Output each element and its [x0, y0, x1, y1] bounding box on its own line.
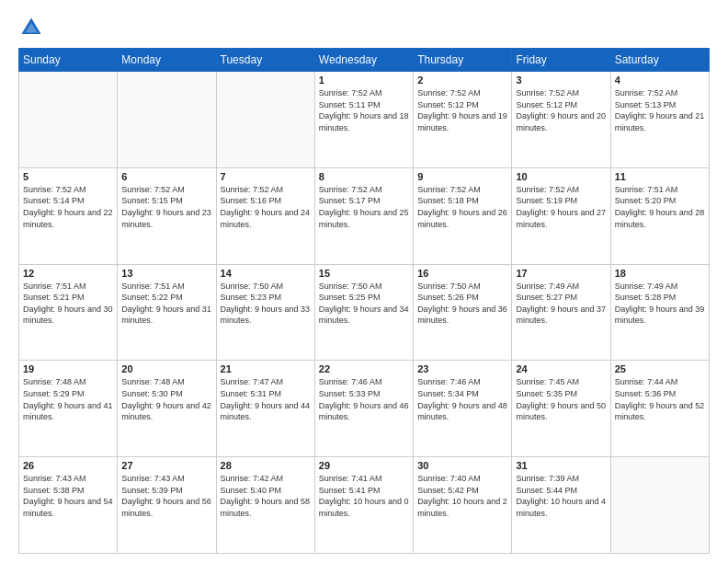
calendar-cell: 11Sunrise: 7:51 AMSunset: 5:20 PMDayligh… — [610, 167, 709, 264]
day-number: 5 — [23, 171, 113, 182]
day-number: 14 — [221, 268, 311, 279]
calendar-cell: 30Sunrise: 7:40 AMSunset: 5:42 PMDayligh… — [414, 457, 512, 554]
calendar-cell: 13Sunrise: 7:51 AMSunset: 5:22 PMDayligh… — [118, 264, 216, 361]
day-number: 16 — [417, 268, 507, 279]
day-info: Sunrise: 7:52 AMSunset: 5:17 PMDaylight:… — [319, 184, 409, 230]
day-info: Sunrise: 7:52 AMSunset: 5:16 PMDaylight:… — [221, 184, 311, 230]
calendar-cell: 23Sunrise: 7:46 AMSunset: 5:34 PMDayligh… — [414, 361, 512, 457]
calendar-cell — [216, 72, 314, 168]
weekday-header-tuesday: Tuesday — [216, 49, 314, 72]
calendar-cell: 27Sunrise: 7:43 AMSunset: 5:39 PMDayligh… — [118, 457, 216, 554]
calendar-cell: 10Sunrise: 7:52 AMSunset: 5:19 PMDayligh… — [512, 167, 610, 264]
day-info: Sunrise: 7:51 AMSunset: 5:21 PMDaylight:… — [23, 281, 113, 327]
day-number: 27 — [121, 460, 211, 471]
day-info: Sunrise: 7:43 AMSunset: 5:39 PMDaylight:… — [121, 473, 211, 519]
day-info: Sunrise: 7:48 AMSunset: 5:29 PMDaylight:… — [23, 376, 113, 422]
day-number: 17 — [516, 268, 606, 279]
calendar-cell — [610, 457, 709, 554]
calendar-cell: 25Sunrise: 7:44 AMSunset: 5:36 PMDayligh… — [610, 361, 709, 457]
weekday-header-friday: Friday — [512, 49, 610, 72]
day-info: Sunrise: 7:51 AMSunset: 5:20 PMDaylight:… — [615, 184, 705, 230]
day-info: Sunrise: 7:52 AMSunset: 5:12 PMDaylight:… — [417, 87, 507, 133]
calendar-cell: 7Sunrise: 7:52 AMSunset: 5:16 PMDaylight… — [216, 167, 314, 264]
calendar-cell: 3Sunrise: 7:52 AMSunset: 5:12 PMDaylight… — [512, 72, 610, 168]
calendar-cell: 31Sunrise: 7:39 AMSunset: 5:44 PMDayligh… — [512, 457, 610, 554]
calendar-table: SundayMondayTuesdayWednesdayThursdayFrid… — [18, 48, 710, 554]
day-info: Sunrise: 7:42 AMSunset: 5:40 PMDaylight:… — [221, 473, 311, 519]
day-info: Sunrise: 7:52 AMSunset: 5:18 PMDaylight:… — [417, 184, 507, 230]
day-number: 23 — [417, 363, 507, 374]
day-number: 9 — [417, 171, 507, 182]
day-number: 15 — [319, 268, 409, 279]
logo — [18, 15, 48, 40]
calendar-cell: 14Sunrise: 7:50 AMSunset: 5:23 PMDayligh… — [216, 264, 314, 361]
calendar-cell — [19, 72, 118, 168]
day-info: Sunrise: 7:47 AMSunset: 5:31 PMDaylight:… — [221, 376, 311, 422]
day-info: Sunrise: 7:50 AMSunset: 5:23 PMDaylight:… — [221, 281, 311, 327]
calendar-cell: 18Sunrise: 7:49 AMSunset: 5:28 PMDayligh… — [610, 264, 709, 361]
calendar-week-4: 19Sunrise: 7:48 AMSunset: 5:29 PMDayligh… — [19, 361, 710, 457]
calendar-cell: 12Sunrise: 7:51 AMSunset: 5:21 PMDayligh… — [19, 264, 118, 361]
day-number: 2 — [417, 75, 507, 86]
day-number: 18 — [615, 268, 705, 279]
day-info: Sunrise: 7:52 AMSunset: 5:14 PMDaylight:… — [23, 184, 113, 230]
weekday-header-monday: Monday — [118, 49, 216, 72]
day-info: Sunrise: 7:44 AMSunset: 5:36 PMDaylight:… — [615, 376, 705, 422]
day-number: 22 — [319, 363, 409, 374]
day-number: 3 — [516, 75, 606, 86]
calendar-cell: 9Sunrise: 7:52 AMSunset: 5:18 PMDaylight… — [414, 167, 512, 264]
day-number: 13 — [121, 268, 211, 279]
calendar-cell: 20Sunrise: 7:48 AMSunset: 5:30 PMDayligh… — [118, 361, 216, 457]
calendar-cell: 6Sunrise: 7:52 AMSunset: 5:15 PMDaylight… — [118, 167, 216, 264]
calendar-cell: 29Sunrise: 7:41 AMSunset: 5:41 PMDayligh… — [314, 457, 413, 554]
calendar-cell: 24Sunrise: 7:45 AMSunset: 5:35 PMDayligh… — [512, 361, 610, 457]
weekday-header-thursday: Thursday — [414, 49, 512, 72]
day-number: 4 — [615, 75, 705, 86]
day-number: 31 — [516, 460, 606, 471]
weekday-header-row: SundayMondayTuesdayWednesdayThursdayFrid… — [19, 49, 710, 72]
day-number: 30 — [417, 460, 507, 471]
calendar-cell: 2Sunrise: 7:52 AMSunset: 5:12 PMDaylight… — [414, 72, 512, 168]
calendar-cell: 28Sunrise: 7:42 AMSunset: 5:40 PMDayligh… — [216, 457, 314, 554]
weekday-header-sunday: Sunday — [19, 49, 118, 72]
day-number: 24 — [516, 363, 606, 374]
day-info: Sunrise: 7:49 AMSunset: 5:27 PMDaylight:… — [516, 281, 606, 327]
day-info: Sunrise: 7:51 AMSunset: 5:22 PMDaylight:… — [121, 281, 211, 327]
day-number: 6 — [121, 171, 211, 182]
day-number: 21 — [221, 363, 311, 374]
day-info: Sunrise: 7:39 AMSunset: 5:44 PMDaylight:… — [516, 473, 606, 519]
day-info: Sunrise: 7:52 AMSunset: 5:12 PMDaylight:… — [516, 87, 606, 133]
calendar-cell: 15Sunrise: 7:50 AMSunset: 5:25 PMDayligh… — [314, 264, 413, 361]
weekday-header-wednesday: Wednesday — [314, 49, 413, 72]
day-number: 28 — [221, 460, 311, 471]
calendar-cell: 8Sunrise: 7:52 AMSunset: 5:17 PMDaylight… — [314, 167, 413, 264]
day-info: Sunrise: 7:45 AMSunset: 5:35 PMDaylight:… — [516, 376, 606, 422]
day-number: 20 — [121, 363, 211, 374]
day-info: Sunrise: 7:40 AMSunset: 5:42 PMDaylight:… — [417, 473, 507, 519]
day-info: Sunrise: 7:46 AMSunset: 5:34 PMDaylight:… — [417, 376, 507, 422]
calendar-cell — [118, 72, 216, 168]
day-info: Sunrise: 7:49 AMSunset: 5:28 PMDaylight:… — [615, 281, 705, 327]
day-number: 1 — [319, 75, 409, 86]
calendar-cell: 5Sunrise: 7:52 AMSunset: 5:14 PMDaylight… — [19, 167, 118, 264]
day-number: 11 — [615, 171, 705, 182]
calendar-cell: 4Sunrise: 7:52 AMSunset: 5:13 PMDaylight… — [610, 72, 709, 168]
day-info: Sunrise: 7:52 AMSunset: 5:15 PMDaylight:… — [121, 184, 211, 230]
calendar-cell: 16Sunrise: 7:50 AMSunset: 5:26 PMDayligh… — [414, 264, 512, 361]
day-info: Sunrise: 7:52 AMSunset: 5:13 PMDaylight:… — [615, 87, 705, 133]
calendar-cell: 17Sunrise: 7:49 AMSunset: 5:27 PMDayligh… — [512, 264, 610, 361]
calendar-week-3: 12Sunrise: 7:51 AMSunset: 5:21 PMDayligh… — [19, 264, 710, 361]
calendar-week-1: 1Sunrise: 7:52 AMSunset: 5:11 PMDaylight… — [19, 72, 710, 168]
header — [18, 15, 710, 40]
logo-icon — [18, 15, 44, 40]
day-number: 19 — [23, 363, 113, 374]
day-info: Sunrise: 7:52 AMSunset: 5:19 PMDaylight:… — [516, 184, 606, 230]
day-number: 7 — [221, 171, 311, 182]
day-info: Sunrise: 7:41 AMSunset: 5:41 PMDaylight:… — [319, 473, 409, 519]
day-number: 29 — [319, 460, 409, 471]
day-info: Sunrise: 7:46 AMSunset: 5:33 PMDaylight:… — [319, 376, 409, 422]
calendar-week-2: 5Sunrise: 7:52 AMSunset: 5:14 PMDaylight… — [19, 167, 710, 264]
calendar-cell: 26Sunrise: 7:43 AMSunset: 5:38 PMDayligh… — [19, 457, 118, 554]
day-info: Sunrise: 7:48 AMSunset: 5:30 PMDaylight:… — [121, 376, 211, 422]
calendar-cell: 1Sunrise: 7:52 AMSunset: 5:11 PMDaylight… — [314, 72, 413, 168]
